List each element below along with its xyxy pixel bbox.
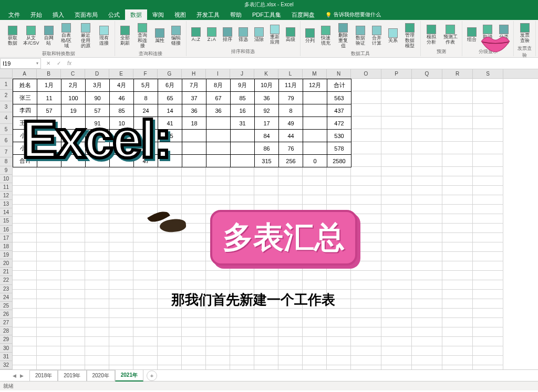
cell-P15[interactable] xyxy=(381,233,412,242)
col-header-M[interactable]: M xyxy=(303,69,327,78)
cell-C22[interactable] xyxy=(61,299,85,309)
table-cell[interactable]: 472 xyxy=(327,117,351,130)
cell-G17[interactable] xyxy=(158,252,182,261)
cell-P25[interactable] xyxy=(381,327,412,337)
table-cell[interactable]: 57 xyxy=(37,104,61,117)
cell-M22[interactable] xyxy=(303,299,327,309)
cell-O3[interactable] xyxy=(351,104,381,116)
cell-A26[interactable] xyxy=(13,337,37,346)
cell-M18[interactable] xyxy=(303,261,327,271)
cell-E23[interactable] xyxy=(109,309,133,318)
cell-P16[interactable] xyxy=(381,242,412,252)
cell-Q1[interactable] xyxy=(412,79,442,91)
col-header-C[interactable]: C xyxy=(61,69,85,78)
ribbon-tab-帮助[interactable]: 帮助 xyxy=(225,9,247,20)
cell-J12[interactable] xyxy=(230,205,254,214)
cell-K12[interactable] xyxy=(254,205,278,214)
cell-H17[interactable] xyxy=(182,252,206,261)
row-header-27[interactable]: 27 xyxy=(0,319,13,327)
table-cell[interactable] xyxy=(110,130,134,142)
cell-D24[interactable] xyxy=(85,318,109,327)
cell-M19[interactable] xyxy=(303,271,327,280)
table-cell[interactable]: 85 xyxy=(231,92,255,104)
cell-D27[interactable] xyxy=(85,346,109,356)
cell-O26[interactable] xyxy=(351,337,381,346)
table-cell[interactable] xyxy=(303,117,327,130)
table-header-cell[interactable]: 2月 xyxy=(61,79,86,92)
table-cell[interactable] xyxy=(134,142,158,155)
row-header-28[interactable]: 28 xyxy=(0,327,13,335)
cell-M9[interactable] xyxy=(303,176,327,186)
cell-C15[interactable] xyxy=(61,233,85,242)
cell-P10[interactable] xyxy=(381,186,412,195)
ribbon-btn-从文本/CSV[interactable]: 从文本/CSV xyxy=(22,22,40,50)
cell-B24[interactable] xyxy=(37,318,61,327)
cell-R27[interactable] xyxy=(442,346,473,356)
cell-N23[interactable] xyxy=(327,309,351,318)
cell-H21[interactable] xyxy=(182,290,206,299)
row-header-21[interactable]: 21 xyxy=(0,268,13,276)
cell-K26[interactable] xyxy=(254,337,278,346)
cell-N24[interactable] xyxy=(327,318,351,327)
ribbon-btn-高级[interactable]: 高级 xyxy=(283,22,298,48)
cell-E17[interactable] xyxy=(109,252,133,261)
cell-L10[interactable] xyxy=(278,186,303,195)
cell-S10[interactable] xyxy=(473,186,503,195)
table-cell[interactable]: 8 xyxy=(134,92,158,104)
table-cell[interactable]: 67 xyxy=(206,92,231,104)
cell-P28[interactable] xyxy=(381,356,412,365)
table-cell[interactable]: 530 xyxy=(327,130,351,142)
table-cell[interactable]: 36 xyxy=(255,92,279,104)
cell-O13[interactable] xyxy=(351,214,381,224)
cell-O24[interactable] xyxy=(351,318,381,327)
cell-P17[interactable] xyxy=(381,252,412,261)
ribbon-tab-百度网盘[interactable]: 百度网盘 xyxy=(286,9,320,20)
table-cell[interactable]: 100 xyxy=(61,92,86,104)
cell-H27[interactable] xyxy=(182,346,206,356)
cell-A27[interactable] xyxy=(13,346,37,356)
table-cell[interactable]: 44 xyxy=(279,130,303,142)
cell-I27[interactable] xyxy=(206,346,230,356)
cell-P18[interactable] xyxy=(381,261,412,271)
cell-G9[interactable] xyxy=(158,176,182,186)
table-cell[interactable] xyxy=(134,130,158,142)
row-header-6[interactable]: 6 xyxy=(0,135,13,146)
cell-F26[interactable] xyxy=(133,337,158,346)
cell-S24[interactable] xyxy=(473,318,503,327)
cell-N26[interactable] xyxy=(327,337,351,346)
cell-P26[interactable] xyxy=(381,337,412,346)
cell-J11[interactable] xyxy=(230,195,254,205)
cell-L29[interactable] xyxy=(278,365,303,369)
ribbon-tab-审阅[interactable]: 审阅 xyxy=(147,9,169,20)
row-header-9[interactable]: 9 xyxy=(0,166,13,175)
cell-C26[interactable] xyxy=(61,337,85,346)
cell-E12[interactable] xyxy=(109,205,133,214)
cell-A21[interactable] xyxy=(13,290,37,299)
cell-C28[interactable] xyxy=(61,356,85,365)
table-header-cell[interactable]: 1月 xyxy=(37,79,61,92)
cell-A18[interactable] xyxy=(13,261,37,271)
cell-Q8[interactable] xyxy=(412,167,442,176)
table-cell[interactable] xyxy=(86,155,110,167)
cell-L9[interactable] xyxy=(278,176,303,186)
col-header-R[interactable]: R xyxy=(442,69,473,78)
row-header-16[interactable]: 16 xyxy=(0,226,13,234)
cell-H19[interactable] xyxy=(182,271,206,280)
cell-M24[interactable] xyxy=(303,318,327,327)
table-cell[interactable] xyxy=(206,117,231,130)
cell-J24[interactable] xyxy=(230,318,254,327)
row-header-29[interactable]: 29 xyxy=(0,335,13,344)
table-cell[interactable]: 8 xyxy=(279,104,303,117)
cell-N18[interactable] xyxy=(327,261,351,271)
cell-P12[interactable] xyxy=(381,205,412,214)
table-cell[interactable] xyxy=(37,142,61,155)
cell-R5[interactable] xyxy=(442,129,473,142)
cell-R22[interactable] xyxy=(442,299,473,309)
cell-C21[interactable] xyxy=(61,290,85,299)
cell-G28[interactable] xyxy=(158,356,182,365)
table-cell[interactable]: 578 xyxy=(327,142,351,155)
cell-H18[interactable] xyxy=(182,261,206,271)
table-cell[interactable]: 57 xyxy=(86,104,110,117)
cell-D11[interactable] xyxy=(85,195,109,205)
cell-L14[interactable] xyxy=(278,224,303,233)
